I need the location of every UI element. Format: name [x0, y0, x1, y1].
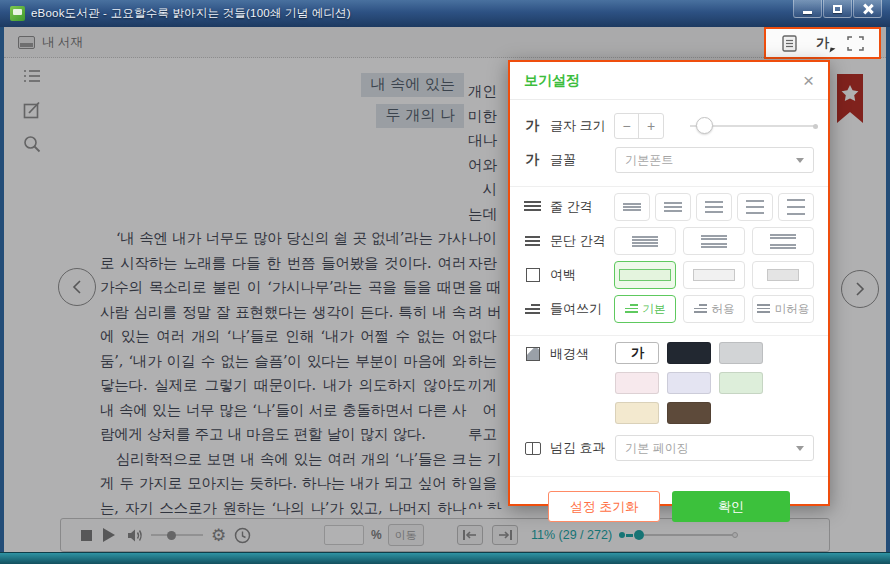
bg-swatch-cream[interactable]	[615, 402, 659, 424]
close-icon	[863, 4, 873, 14]
app-icon	[10, 6, 25, 21]
viewer-mode-button[interactable]	[779, 33, 799, 53]
paragraph-spacing-icon	[525, 236, 540, 247]
line-spacing-option-3[interactable]	[696, 193, 732, 221]
bg-swatch-pink[interactable]	[615, 372, 659, 394]
titlebar: eBook도서관 - 고요할수록 밝아지는 것들(100쇄 기념 에디션)	[0, 0, 890, 27]
paragraph-spacing-option-1[interactable]	[614, 227, 676, 255]
window-title: eBook도서관 - 고요할수록 밝아지는 것들(100쇄 기념 에디션)	[31, 6, 351, 21]
confirm-button[interactable]: 확인	[672, 491, 790, 522]
bg-swatch-white[interactable]: 가	[615, 342, 659, 364]
indent-disallow-icon	[757, 304, 770, 314]
indent-option-default-selected[interactable]: 기본	[614, 295, 676, 323]
font-size-icon: 가	[524, 117, 541, 135]
font-dropdown-value: 기본폰트	[625, 152, 673, 169]
background-color-icon	[526, 347, 540, 361]
paragraph-spacing-option-3[interactable]	[752, 227, 814, 255]
view-settings-button[interactable]: 가	[813, 33, 833, 53]
line-spacing-label: 줄 간격	[550, 198, 593, 216]
font-icon: 가	[524, 151, 541, 169]
panel-close-button[interactable]: ×	[803, 71, 814, 90]
indent-option-allow[interactable]: 허용	[683, 295, 745, 323]
page-effect-dropdown[interactable]: 기본 페이징	[615, 435, 814, 461]
bg-swatch-brown[interactable]	[667, 402, 711, 424]
line-spacing-option-1[interactable]	[614, 193, 650, 221]
paragraph-spacing-label: 문단 간격	[550, 232, 606, 250]
indent-allow-label: 허용	[712, 302, 735, 317]
indent-allow-icon	[694, 304, 707, 314]
indent-default-icon	[625, 304, 638, 314]
font-size-knob[interactable]	[696, 117, 713, 134]
font-size-minus-button[interactable]: −	[615, 114, 639, 138]
font-size-plus-button[interactable]: +	[639, 114, 663, 138]
view-settings-panel: 보기설정 × 가 글자 크기 − +	[508, 60, 830, 506]
chevron-down-icon	[796, 446, 804, 451]
margin-label: 여백	[550, 266, 576, 284]
bg-swatch-green[interactable]	[719, 372, 763, 394]
font-label: 글꼴	[550, 151, 576, 169]
line-spacing-icon	[524, 201, 541, 214]
indent-default-label: 기본	[643, 302, 666, 317]
window-bottom-border	[0, 552, 890, 564]
reset-settings-button[interactable]: 설정 초기화	[548, 491, 660, 522]
line-spacing-option-4[interactable]	[737, 193, 773, 221]
view-tools-highlight-box: 가	[764, 27, 881, 59]
font-size-stepper: − +	[614, 113, 664, 139]
font-dropdown[interactable]: 기본폰트	[615, 147, 814, 173]
margin-option-1-selected[interactable]	[614, 261, 676, 289]
maximize-icon	[833, 5, 842, 13]
document-icon	[782, 35, 797, 52]
line-spacing-option-2[interactable]	[655, 193, 691, 221]
background-color-swatches: 가	[615, 342, 814, 424]
client-area: 내 서재 내 속에 있는 두 개의 나 ‘내 속엔 내가 너무도 많아 당신의	[4, 27, 886, 552]
margin-option-3[interactable]	[752, 261, 814, 289]
bg-swatch-lavender[interactable]	[667, 372, 711, 394]
minimize-icon	[803, 11, 812, 14]
indent-option-disallow[interactable]: 미허용	[752, 295, 814, 323]
margin-option-2[interactable]	[683, 261, 745, 289]
margin-icon	[526, 268, 540, 282]
app-window: eBook도서관 - 고요할수록 밝아지는 것들(100쇄 기념 에디션) 내 …	[0, 0, 890, 564]
font-size-label: 글자 크기	[550, 117, 606, 135]
fullscreen-button[interactable]	[846, 33, 866, 53]
maximize-button[interactable]	[823, 0, 852, 18]
indent-disallow-label: 미허용	[775, 302, 810, 317]
font-size-slider-end	[813, 124, 818, 129]
fullscreen-icon	[847, 36, 864, 51]
bg-swatch-dark[interactable]	[667, 342, 711, 364]
indent-icon	[525, 304, 540, 315]
panel-title: 보기설정	[524, 72, 580, 90]
paragraph-spacing-option-2[interactable]	[683, 227, 745, 255]
margin-options	[614, 261, 814, 289]
indent-options: 기본 허용 미허용	[614, 295, 814, 323]
line-spacing-option-5[interactable]	[778, 193, 814, 221]
line-spacing-options	[614, 193, 814, 221]
page-effect-label: 넘김 효과	[550, 439, 606, 457]
indent-label: 들여쓰기	[550, 300, 602, 318]
page-effect-icon	[525, 442, 541, 455]
font-size-slider[interactable]	[690, 125, 814, 127]
close-window-button[interactable]	[853, 0, 882, 18]
paragraph-spacing-options	[614, 227, 814, 255]
background-color-label: 배경색	[550, 345, 589, 363]
font-settings-icon: 가	[816, 34, 829, 52]
page-effect-value: 기본 페이징	[625, 440, 688, 457]
bg-swatch-gray[interactable]	[719, 342, 763, 364]
minimize-button[interactable]	[793, 0, 822, 18]
chevron-down-icon	[796, 158, 804, 163]
